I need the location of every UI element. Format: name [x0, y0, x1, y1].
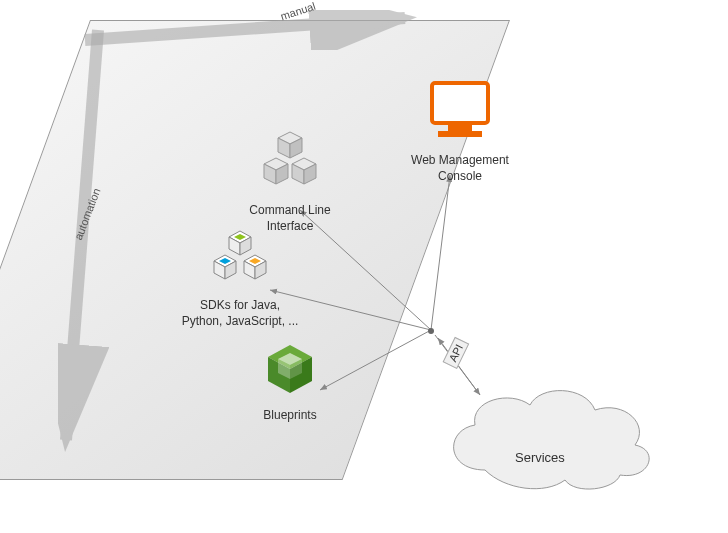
component-blueprints: Blueprints [230, 340, 350, 424]
monitor-icon [420, 75, 500, 145]
hub-point [428, 328, 434, 334]
services-label: Services [515, 450, 565, 465]
blueprints-label: Blueprints [230, 408, 350, 424]
cloud-icon [425, 370, 665, 510]
cubes-icon [250, 130, 330, 195]
svg-rect-12 [448, 125, 472, 131]
component-web-console: Web ManagementConsole [380, 75, 540, 184]
web-console-label: Web ManagementConsole [380, 153, 540, 184]
component-sdks: SDKs for Java,Python, JavaScript, ... [150, 230, 330, 329]
sdk-cubes-icon [195, 230, 285, 290]
diagram-container: manual automation Web ManagementConsole [0, 0, 728, 533]
svg-rect-13 [438, 131, 482, 137]
svg-rect-11 [432, 83, 488, 123]
svg-line-5 [431, 175, 450, 330]
component-cli: Command LineInterface [220, 130, 360, 234]
blueprint-cube-icon [255, 340, 325, 400]
sdks-label: SDKs for Java,Python, JavaScript, ... [150, 298, 330, 329]
